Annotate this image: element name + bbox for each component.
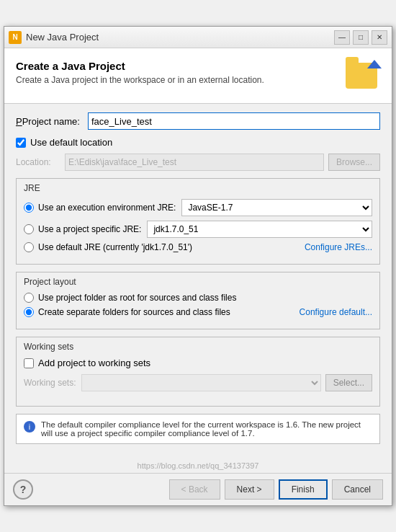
footer-right: < Back Next > Finish Cancel bbox=[169, 479, 383, 500]
jre-option2-row: Use a project specific JRE: jdk1.7.0_51 bbox=[24, 221, 372, 238]
watermark: https://blog.csdn.net/qq_34137397 bbox=[4, 460, 392, 473]
use-default-location-checkbox[interactable] bbox=[16, 138, 26, 148]
jre-specific-dropdown-wrapper: jdk1.7.0_51 bbox=[147, 221, 372, 238]
project-layout-group: Project layout Use project folder as roo… bbox=[16, 272, 380, 329]
page-title: Create a Java Project bbox=[16, 60, 264, 72]
jre-default-label: Use default JRE (currently 'jdk1.7.0_51'… bbox=[38, 242, 192, 252]
form-content: PProject name: Use default location Loca… bbox=[4, 104, 392, 460]
main-window: N New Java Project — □ ✕ Create a Java P… bbox=[4, 26, 392, 506]
app-icon: N bbox=[9, 31, 22, 44]
use-default-location-row: Use default location bbox=[16, 137, 380, 148]
jre-default-radio[interactable] bbox=[24, 242, 34, 252]
info-icon: i bbox=[24, 421, 35, 433]
info-box: i The default compiler compliance level … bbox=[16, 414, 380, 444]
browse-button[interactable]: Browse... bbox=[328, 154, 380, 171]
jre-group: JRE Use an execution environment JRE: Ja… bbox=[16, 178, 380, 265]
jre-exec-env-label: Use an execution environment JRE: bbox=[38, 203, 176, 213]
configure-default-link[interactable]: Configure default... bbox=[294, 307, 372, 317]
layout-root-radio[interactable] bbox=[24, 293, 34, 303]
maximize-button[interactable]: □ bbox=[353, 30, 369, 45]
header-text: Create a Java Project Create a Java proj… bbox=[16, 60, 264, 85]
jre-option3-row: Use default JRE (currently 'jdk1.7.0_51'… bbox=[24, 242, 372, 252]
location-label: Location: bbox=[16, 157, 65, 167]
project-name-label: PProject name: bbox=[16, 116, 88, 127]
layout-separate-label: Create separate folders for sources and … bbox=[38, 307, 230, 317]
jre-env-select[interactable]: JavaSE-1.7 JavaSE-1.8 bbox=[181, 199, 372, 216]
jre-group-title: JRE bbox=[24, 183, 372, 193]
use-default-location-label: Use default location bbox=[30, 137, 112, 148]
help-button[interactable]: ? bbox=[13, 479, 33, 500]
window-controls: — □ ✕ bbox=[334, 30, 387, 45]
footer-left: ? bbox=[13, 479, 33, 500]
folder-icon bbox=[346, 63, 377, 89]
working-sets-select-row: Working sets: Select... bbox=[24, 374, 372, 391]
cancel-button[interactable]: Cancel bbox=[332, 479, 383, 500]
location-row: Location: Browse... bbox=[16, 154, 380, 171]
back-button[interactable]: < Back bbox=[169, 479, 220, 500]
jre-specific-select[interactable]: jdk1.7.0_51 bbox=[147, 221, 372, 238]
jre-env-dropdown-wrapper: JavaSE-1.7 JavaSE-1.8 bbox=[181, 199, 372, 216]
layout-option2-row: Create separate folders for sources and … bbox=[24, 307, 372, 317]
layout-separate-radio[interactable] bbox=[24, 307, 34, 317]
working-sets-select-button[interactable]: Select... bbox=[325, 374, 372, 391]
working-sets-group: Working sets Add project to working sets… bbox=[16, 337, 380, 407]
working-sets-select[interactable] bbox=[81, 374, 321, 391]
minimize-button[interactable]: — bbox=[334, 30, 350, 45]
jre-exec-env-radio[interactable] bbox=[24, 203, 34, 213]
working-sets-title: Working sets bbox=[24, 342, 372, 352]
project-layout-title: Project layout bbox=[24, 277, 372, 287]
header-section: Create a Java Project Create a Java proj… bbox=[4, 48, 392, 104]
folder-arrow-icon bbox=[367, 60, 382, 68]
title-bar: N New Java Project — □ ✕ bbox=[4, 27, 392, 48]
finish-button[interactable]: Finish bbox=[279, 479, 328, 500]
close-button[interactable]: ✕ bbox=[372, 30, 387, 45]
window-title: New Java Project bbox=[26, 32, 334, 43]
add-to-working-sets-checkbox[interactable] bbox=[24, 358, 34, 368]
footer: ? < Back Next > Finish Cancel bbox=[4, 473, 392, 505]
project-name-row: PProject name: bbox=[16, 112, 380, 130]
info-message: The default compiler compliance level fo… bbox=[41, 420, 372, 438]
jre-project-specific-label: Use a project specific JRE: bbox=[38, 224, 141, 234]
location-input[interactable] bbox=[65, 154, 324, 171]
add-to-working-sets-label: Add project to working sets bbox=[38, 358, 150, 368]
jre-project-specific-radio[interactable] bbox=[24, 224, 34, 234]
project-name-input[interactable] bbox=[88, 112, 380, 130]
next-button[interactable]: Next > bbox=[225, 479, 274, 500]
working-sets-label: Working sets: bbox=[24, 378, 81, 388]
add-to-working-sets-row: Add project to working sets bbox=[24, 358, 372, 368]
jre-option1-row: Use an execution environment JRE: JavaSE… bbox=[24, 199, 372, 216]
header-icon bbox=[346, 60, 380, 94]
layout-option1-row: Use project folder as root for sources a… bbox=[24, 293, 372, 303]
page-subtitle: Create a Java project in the workspace o… bbox=[16, 75, 264, 85]
layout-root-label: Use project folder as root for sources a… bbox=[38, 293, 236, 303]
configure-jres-link[interactable]: Configure JREs... bbox=[299, 242, 372, 252]
